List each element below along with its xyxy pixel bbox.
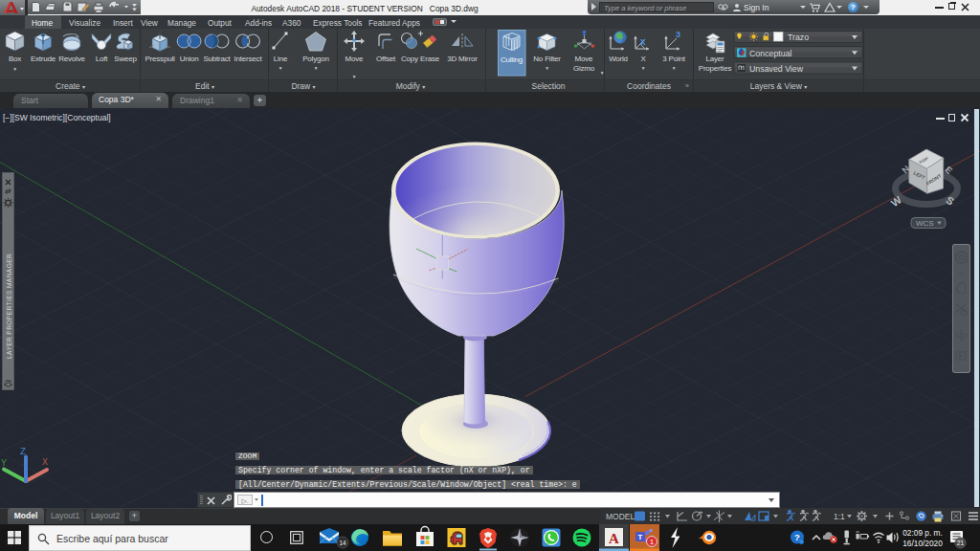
svg-text:14: 14 bbox=[339, 540, 346, 546]
svg-text:21: 21 bbox=[957, 540, 965, 546]
svg-text:?: ? bbox=[794, 532, 800, 542]
svg-text:X: X bbox=[42, 457, 48, 468]
svg-text:A: A bbox=[609, 531, 619, 546]
svg-text:1:1: 1:1 bbox=[834, 512, 845, 521]
svg-text:Z: Z bbox=[20, 447, 26, 457]
svg-text:Y: Y bbox=[1, 458, 7, 469]
svg-text:T: T bbox=[638, 533, 643, 541]
svg-text:WCS: WCS bbox=[916, 219, 934, 228]
svg-text:1: 1 bbox=[650, 538, 654, 546]
